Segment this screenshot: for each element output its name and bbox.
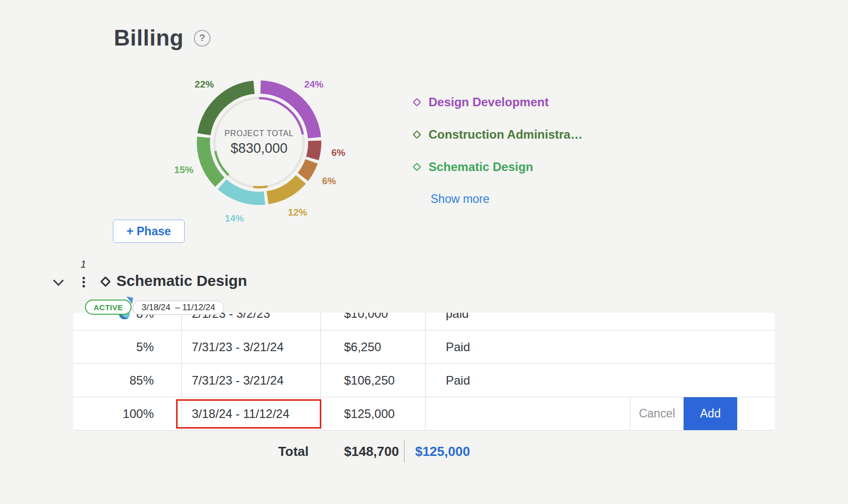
table-row-editing: 100% 3/18/24 - 11/12/24 $125,000 Cancel … — [73, 397, 775, 431]
percent-cell: 100% — [73, 397, 181, 430]
amount-cell: $6,250 — [320, 330, 425, 363]
phase-date-range-badge[interactable]: 3/18/24 – 11/12/24 — [133, 301, 224, 315]
legend-item-design-development[interactable]: Design Development — [414, 95, 582, 109]
donut-segment-label: 22% — [195, 79, 214, 90]
add-phase-button[interactable]: + Phase — [113, 220, 185, 243]
date-range-cell: 7/31/23 - 3/21/24 — [181, 330, 320, 363]
donut-segment-label: 6% — [322, 176, 336, 187]
project-total-value: $830,000 — [208, 141, 310, 156]
donut-segment-label: 15% — [174, 164, 193, 176]
date-range-cell: 7/31/23 - 3/21/24 — [181, 364, 320, 397]
status-badge-active[interactable]: ACTIVE — [85, 300, 132, 315]
total-pending-amount: $125,000 — [415, 444, 470, 459]
total-divider — [404, 440, 405, 463]
status-cell: Cancel Add — [425, 397, 775, 430]
status-cell: Paid — [425, 364, 775, 397]
percent-cell: 8% — [73, 313, 181, 330]
phase-legend: Design Development Construction Administ… — [414, 95, 582, 206]
legend-label: Design Development — [429, 95, 548, 109]
legend-label: Schematic Design — [429, 160, 533, 174]
billing-table: 8% 2/1/23 - 3/2/23 $10,000 paid 5% 7/31/… — [73, 313, 775, 431]
status-cell: Paid — [425, 330, 775, 363]
donut-segment-label: 14% — [225, 213, 244, 224]
total-label: Total — [73, 444, 309, 459]
legend-label: Construction Administra… — [429, 128, 582, 142]
status-cell: paid — [425, 313, 775, 330]
diamond-icon — [413, 98, 421, 107]
billing-donut-chart: 24%6%6%12%14%15%22% PROJECT TOTAL $830,0… — [168, 57, 350, 231]
table-row: 85% 7/31/23 - 3/21/24 $106,250 Paid — [73, 364, 775, 397]
amount-cell: $10,000 — [320, 313, 425, 330]
legend-item-schematic-design[interactable]: Schematic Design — [414, 160, 582, 174]
legend-item-construction-administration[interactable]: Construction Administra… — [414, 128, 582, 142]
table-total-row: Total $148,700 $125,000 — [73, 438, 775, 465]
row-actions: Cancel Add — [630, 397, 737, 430]
donut-segment-label: 6% — [331, 147, 345, 158]
phase-index: 1 — [80, 259, 86, 270]
show-more-link[interactable]: Show more — [431, 192, 489, 206]
percent-cell: 85% — [73, 364, 181, 397]
project-total-label: PROJECT TOTAL — [208, 129, 310, 138]
diamond-icon — [413, 163, 421, 172]
percent-cell: 5% — [73, 330, 181, 363]
add-button[interactable]: Add — [684, 397, 737, 430]
page-title: Billing — [114, 25, 184, 51]
table-row: 8% 2/1/23 - 3/2/23 $10,000 paid — [73, 313, 775, 330]
chevron-down-icon[interactable] — [53, 275, 64, 286]
help-icon[interactable]: ? — [194, 30, 210, 47]
donut-center: PROJECT TOTAL $830,000 — [208, 129, 310, 156]
donut-segment-label: 12% — [288, 207, 307, 218]
phase-diamond-icon — [100, 276, 111, 287]
page-header: Billing ? — [114, 25, 210, 51]
billing-page: Billing ? 24%6%6%12%14%15%22% PROJECT TO… — [0, 0, 848, 504]
donut-segment-label: 24% — [304, 79, 323, 90]
badge-corner-notch — [125, 297, 133, 304]
kebab-menu-icon[interactable] — [82, 275, 85, 289]
date-range-cell: 2/1/23 - 3/2/23 — [181, 313, 320, 330]
cancel-button[interactable]: Cancel — [630, 397, 684, 430]
diamond-icon — [413, 131, 421, 139]
amount-cell: $125,000 — [320, 397, 425, 430]
status-badge-label: ACTIVE — [94, 303, 123, 312]
total-billed-amount: $148,700 — [344, 444, 399, 459]
date-range-cell-highlighted[interactable]: 3/18/24 - 11/12/24 — [181, 397, 320, 430]
table-row: 5% 7/31/23 - 3/21/24 $6,250 Paid — [73, 330, 775, 364]
phase-title: Schematic Design — [116, 272, 247, 289]
amount-cell: $106,250 — [320, 364, 425, 397]
